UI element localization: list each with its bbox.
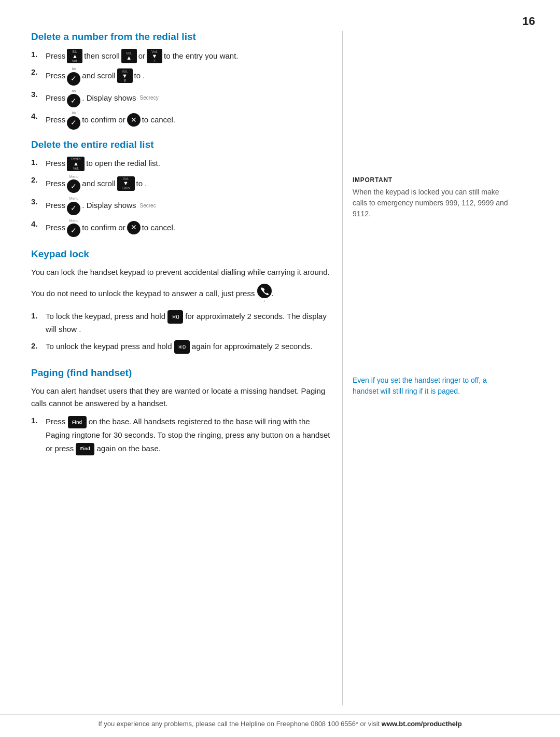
entire-step-num-1: 1. <box>31 157 46 169</box>
to-confirm-e4: to confirm or <box>82 222 125 234</box>
to-open-label: to open the redial list. <box>86 158 160 170</box>
vertical-divider <box>342 31 343 705</box>
entire-step-4: 4. Press Menu ✓ to confirm or ✕ to cance… <box>31 218 332 238</box>
keypad-step-num-2: 2. <box>31 340 46 352</box>
star0-btn-1: ✳0 <box>167 310 183 324</box>
call-btn <box>257 284 272 298</box>
entire-step-2: 2. Press Menu ✓ and scroll Vol. ▼ Calls <box>31 174 332 193</box>
step-3-content: Press bb ✓ . Display shows Secrecy <box>46 89 332 108</box>
bu-up-btn-wrap: BU ▲ Vol. <box>67 49 82 63</box>
paging-step-num-1: 1. <box>31 415 46 427</box>
entire-step-1-content: Press Redia ▲ Vol. to open the redial li… <box>46 157 332 171</box>
to-lock-label: To lock the keypad, press and hold <box>46 312 167 321</box>
display-shows-e3: . Display shows <box>82 200 136 212</box>
keypad-step-1: 1. To lock the keypad, press and hold ✳0… <box>31 310 332 336</box>
entire-step-4-content: Press Menu ✓ to confirm or ✕ to cancel. <box>46 218 332 238</box>
check-btn-wrap-4: bb ✓ <box>67 110 80 130</box>
footer: If you experience any problems, please c… <box>0 714 560 728</box>
press-label-4: Press <box>46 114 65 126</box>
step-4-content: Press bb ✓ to confirm or ✕ to cancel. <box>46 110 332 130</box>
sidebar: IMPORTANT When the keypad is locked you … <box>353 31 513 411</box>
keypad-step-1-content: To lock the keypad, press and hold ✳0 fo… <box>46 310 332 336</box>
delete-entire-steps: 1. Press Redia ▲ Vol. to open the redial… <box>31 157 332 238</box>
to-confirm-label: to confirm or <box>82 114 125 126</box>
footer-url[interactable]: www.bt.com/producthelp <box>382 720 462 728</box>
vol-down-scroll-wrap: Vol. ▼ E <box>117 68 133 83</box>
and-scroll-calls-label: and scroll <box>82 178 115 190</box>
keypad-steps: 1. To lock the keypad, press and hold ✳0… <box>31 310 332 354</box>
check-btn-4: ✓ <box>67 116 80 130</box>
keypad-para2: You do not need to unlock the keypad to … <box>31 284 332 305</box>
redia-btn-wrap: Redia ▲ Vol. <box>67 157 85 171</box>
and-scroll-label-2: and scroll <box>82 70 115 82</box>
entire-step-num-2: 2. <box>31 174 46 186</box>
step-1-content: Press BU ▲ Vol. then scroll Vol. <box>46 49 332 63</box>
press-label-e3: Press <box>46 200 65 212</box>
check-btn-wrap-3: bb ✓ <box>67 89 80 108</box>
main-content: Delete a number from the redial list 1. … <box>31 31 332 460</box>
keypad-step-2: 2. To unlock the keypad press and hold ✳… <box>31 340 332 354</box>
secrec-label: Secrec <box>140 202 156 210</box>
step-num-3: 3. <box>31 89 46 101</box>
press-label-p1: Press <box>46 417 68 426</box>
delete-number-steps: 1. Press BU ▲ Vol. then scroll <box>31 49 332 130</box>
press-label-e2: Press <box>46 178 65 190</box>
paging-step-1: 1. Press Find on the base. All handsets … <box>31 415 332 455</box>
step-2-content: Press bb ✓ and scroll Vol. ▼ E to . <box>46 66 332 86</box>
section-delete-number: Delete a number from the redial list 1. … <box>31 31 332 130</box>
to-cancel-label: to cancel. <box>142 114 175 126</box>
keypad-lock-title: Keypad lock <box>31 248 332 260</box>
important-note: IMPORTANT When the keypad is locked you … <box>353 176 513 219</box>
to-entry-label: to the entry you want. <box>164 50 238 62</box>
paging-note-text: Even if you set the handset ringer to of… <box>353 375 513 397</box>
entire-step-3: 3. Press Menu ✓ . Display shows Secrec <box>31 196 332 215</box>
cancel-btn-4: ✕ <box>127 113 141 127</box>
section-paging: Paging (find handset) You can alert hand… <box>31 367 332 455</box>
check-btn-wrap-2: bb ✓ <box>67 66 80 86</box>
keypad-step-num-1: 1. <box>31 310 46 322</box>
menu-check-wrap-3: Menu ✓ <box>67 196 80 215</box>
menu-check-wrap-2: Menu ✓ <box>67 174 80 193</box>
step-2: 2. Press bb ✓ and scroll Vol. ▼ E <box>31 66 332 86</box>
press-label-2: Press <box>46 70 65 82</box>
step-num-4: 4. <box>31 110 46 122</box>
vol-calls-btn: Vol. ▼ Calls <box>117 176 135 191</box>
important-title: IMPORTANT <box>353 176 513 184</box>
phone-icon <box>260 287 269 295</box>
footer-text: If you experience any problems, please c… <box>98 720 380 728</box>
check-btn-3: ✓ <box>67 94 80 107</box>
again-label: again for approximately 2 seconds. <box>192 342 313 351</box>
entire-step-2-content: Press Menu ✓ and scroll Vol. ▼ Calls to … <box>46 174 332 193</box>
to-cancel-e4: to cancel. <box>142 222 175 234</box>
or-label-1: or <box>138 50 145 62</box>
important-text: When the keypad is locked you can still … <box>353 187 513 219</box>
to-label-2: to . <box>134 70 145 82</box>
step-3: 3. Press bb ✓ . Display shows Secrecy <box>31 89 332 108</box>
call-btn-wrap: ♪ <box>257 284 272 305</box>
again-base-label: again on the base. <box>97 444 161 453</box>
to-unlock-label: To unlock the keypad press and hold <box>46 342 174 351</box>
to-label-e2: to . <box>136 178 147 190</box>
menu-check-2: ✓ <box>67 179 80 193</box>
section-delete-entire-title: Delete the entire redial list <box>31 139 332 150</box>
press-label-3: Press <box>46 92 65 104</box>
step-num-1: 1. <box>31 49 46 61</box>
menu-check-4: ✓ <box>67 224 80 237</box>
paging-note: Even if you set the handset ringer to of… <box>353 375 513 397</box>
keypad-para1: You can lock the handset keypad to preve… <box>31 266 332 279</box>
vol-up-btn: Vol. ▲ <box>121 49 137 63</box>
section-keypad-lock: Keypad lock You can lock the handset key… <box>31 248 332 354</box>
entire-step-1: 1. Press Redia ▲ Vol. to open the redial… <box>31 157 332 171</box>
paging-title: Paging (find handset) <box>31 367 332 379</box>
display-shows-label-3: . Display shows <box>82 92 136 104</box>
entire-step-3-content: Press Menu ✓ . Display shows Secrec <box>46 196 332 215</box>
check-btn-2: ✓ <box>67 72 80 86</box>
redia-up-btn: Redia ▲ Vol. <box>67 157 85 171</box>
keypad-step-2-content: To unlock the keypad press and hold ✳0 a… <box>46 340 332 354</box>
paging-para1: You can alert handset users that they ar… <box>31 385 332 410</box>
find-btn-again: Find <box>76 443 94 455</box>
paging-steps: 1. Press Find on the base. All handsets … <box>31 415 332 455</box>
press-label-e1: Press <box>46 158 65 170</box>
find-btn-base: Find <box>68 416 87 428</box>
step-4: 4. Press bb ✓ to confirm or ✕ to cancel. <box>31 110 332 130</box>
